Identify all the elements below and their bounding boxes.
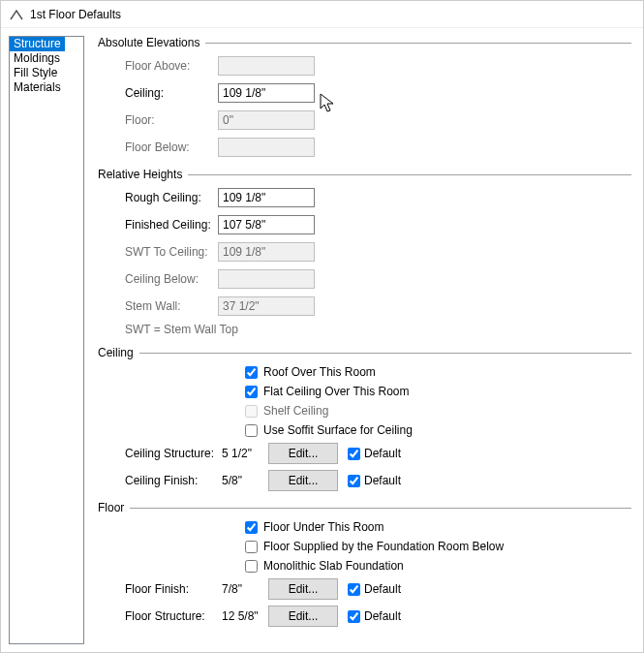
ceiling-header: Ceiling [98,346,134,359]
floor-supplied-checkbox[interactable] [245,541,258,553]
category-sidebar: Structure Moldings Fill Style Materials [9,36,84,644]
finished-ceiling-label: Finished Ceiling: [125,218,218,232]
swt-note: SWT = Stem Wall Top [125,323,631,336]
flat-ceiling-checkbox[interactable] [245,386,258,398]
floor-finish-default-checkbox[interactable] [348,583,360,596]
shelf-ceiling-label: Shelf Ceiling [263,404,328,418]
swt-to-ceiling-label: SWT To Ceiling: [125,245,218,259]
ceiling-group: Ceiling Roof Over This Room Flat Ceiling… [98,346,631,491]
app-icon [9,7,24,22]
ceiling-structure-label: Ceiling Structure: [125,447,222,460]
floor-finish-value: 7/8" [222,582,268,596]
shelf-ceiling-checkbox [245,405,258,418]
finished-ceiling-input[interactable] [218,215,315,234]
floor-finish-edit-button[interactable]: Edit... [268,578,338,600]
floor-below-input [218,138,315,157]
floor-finish-label: Floor Finish: [125,582,222,596]
floor-structure-default-label: Default [364,609,401,623]
ceiling-finish-value: 5/8" [222,474,268,487]
stem-wall-input [218,296,315,316]
ceiling-finish-default-checkbox[interactable] [348,475,360,487]
absolute-elevations-header: Absolute Elevations [98,36,199,49]
floor-label: Floor: [125,113,218,127]
window-title: 1st Floor Defaults [30,8,121,21]
divider [139,353,631,354]
relative-heights-header: Relative Heights [98,168,182,181]
ceiling-finish-label: Ceiling Finish: [125,474,222,487]
floor-under-label: Floor Under This Room [263,520,384,534]
divider [130,508,631,509]
sidebar-item-moldings[interactable]: Moldings [10,51,83,66]
floor-supplied-label: Floor Supplied by the Foundation Room Be… [263,540,504,553]
ceiling-finish-edit-button[interactable]: Edit... [268,470,338,491]
ceiling-structure-value: 5 1/2" [222,447,268,460]
rough-ceiling-input[interactable] [218,188,315,207]
floor-above-input [218,56,315,76]
floor-group: Floor Floor Under This Room Floor Suppli… [98,501,631,627]
roof-over-label: Roof Over This Room [263,365,376,379]
ceiling-structure-default-label: Default [364,447,401,460]
sidebar-item-materials[interactable]: Materials [10,80,83,95]
soffit-label: Use Soffit Surface for Ceiling [263,423,413,437]
monolithic-checkbox[interactable] [245,560,258,573]
content-panel: Absolute Elevations Floor Above: Ceiling… [84,28,643,652]
flat-ceiling-label: Flat Ceiling Over This Room [263,385,410,398]
divider [188,174,631,175]
ceiling-below-input [218,269,315,289]
floor-finish-default-label: Default [364,582,401,596]
ceiling-finish-default-label: Default [364,474,401,487]
divider [205,43,631,44]
titlebar: 1st Floor Defaults [1,1,643,28]
floor-header: Floor [98,501,124,514]
floor-under-checkbox[interactable] [245,521,258,534]
monolithic-label: Monolithic Slab Foundation [263,559,404,573]
dialog-window: 1st Floor Defaults Structure Moldings Fi… [0,0,644,653]
floor-structure-edit-button[interactable]: Edit... [268,606,338,627]
sidebar-item-structure[interactable]: Structure [10,37,65,51]
ceiling-structure-edit-button[interactable]: Edit... [268,443,338,464]
ceiling-below-label: Ceiling Below: [125,272,218,286]
floor-below-label: Floor Below: [125,140,218,154]
ceiling-structure-default-checkbox[interactable] [348,448,360,460]
floor-structure-default-checkbox[interactable] [348,610,360,623]
sidebar-item-fill-style[interactable]: Fill Style [10,66,83,80]
absolute-elevations-group: Absolute Elevations Floor Above: Ceiling… [98,36,631,158]
ceiling-label: Ceiling: [125,86,218,100]
stem-wall-label: Stem Wall: [125,299,218,313]
ceiling-input[interactable] [218,83,315,103]
soffit-checkbox[interactable] [245,424,258,437]
relative-heights-group: Relative Heights Rough Ceiling: Finished… [98,168,631,336]
floor-input [218,110,315,130]
floor-above-label: Floor Above: [125,59,218,73]
swt-to-ceiling-input [218,242,315,262]
roof-over-checkbox[interactable] [245,366,258,379]
floor-structure-label: Floor Structure: [125,609,222,623]
floor-structure-value: 12 5/8" [222,609,268,623]
rough-ceiling-label: Rough Ceiling: [125,191,218,204]
